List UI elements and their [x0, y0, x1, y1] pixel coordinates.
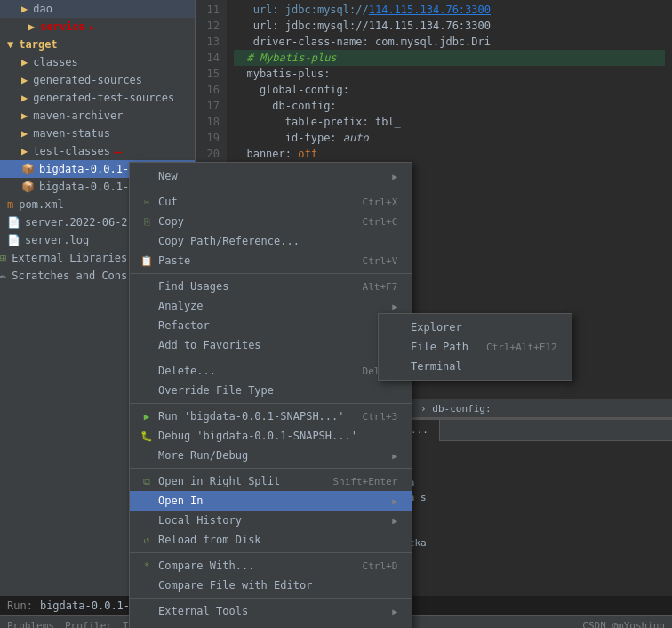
- separator: [130, 598, 412, 599]
- tree-item-target[interactable]: ▼ target: [0, 36, 195, 53]
- menu-item-local-history[interactable]: Local History ▶: [130, 511, 412, 530]
- menu-item-more-run[interactable]: More Run/Debug ▶: [130, 446, 412, 465]
- run-label: Run:: [7, 600, 33, 612]
- menu-item-paste[interactable]: 📋 Paste Ctrl+V: [130, 251, 412, 270]
- tree-item-dao-label: dao: [33, 3, 52, 15]
- open-split-shortcut: Shift+Enter: [332, 476, 397, 487]
- code-line: # Mybatis-plus: [234, 50, 665, 66]
- menu-item-open-in-label: Open In: [158, 495, 204, 507]
- tree-item-dao[interactable]: ▶ dao: [0, 0, 195, 18]
- menu-item-compare-editor-label: Compare File with Editor: [158, 579, 312, 592]
- tree-item-server-log2-label: server.log: [25, 234, 89, 246]
- jar-icon: 📦: [21, 163, 35, 175]
- menu-item-local-history-label: Local History: [158, 514, 242, 527]
- status-bar-right: CSDN @mYoshino: [582, 620, 665, 628]
- menu-item-new[interactable]: New ▶: [130, 166, 412, 186]
- submenu-item-filepath[interactable]: File Path Ctrl+Alt+F12: [379, 337, 572, 357]
- menu-item-delete[interactable]: Delete... Delete: [130, 361, 412, 381]
- folder-icon: ▶: [21, 127, 28, 140]
- local-history-arrow: ▶: [392, 516, 397, 526]
- tree-item-classes[interactable]: ▶ classes: [0, 53, 195, 71]
- menu-item-find-usages-label: Find Usages: [158, 280, 228, 293]
- run-item-label: bigdata-0.0.1-S: [40, 600, 136, 612]
- menu-item-copy-label: Copy: [158, 215, 184, 228]
- separator: [130, 358, 412, 358]
- cut-icon: ✂: [140, 197, 153, 208]
- find-usages-shortcut: Alt+F7: [363, 281, 398, 293]
- menu-item-reload[interactable]: ↺ Reload from Disk: [130, 530, 412, 550]
- separator: [130, 624, 412, 624]
- submenu-item-terminal[interactable]: Terminal: [379, 357, 572, 376]
- more-run-arrow: ▶: [392, 451, 397, 461]
- watermark: CSDN @mYoshino: [582, 620, 665, 628]
- tree-item-gen-sources-label: generated-sources: [33, 74, 142, 86]
- status-problems[interactable]: Problems: [7, 620, 54, 628]
- separator: [130, 273, 412, 274]
- separator: [130, 468, 412, 469]
- folder-expand-icon: ▶: [28, 20, 35, 33]
- tree-item-service-label: service: [40, 20, 85, 33]
- menu-item-debug-label: Debug 'bigdata-0.0.1-SNAPSH...': [158, 430, 357, 442]
- folder-icon: ▶: [21, 145, 28, 157]
- tree-item-test-classes[interactable]: ▶ test-classes ←: [0, 142, 195, 160]
- separator: [130, 189, 412, 189]
- filepath-shortcut: Ctrl+Alt+F12: [486, 342, 556, 353]
- log-icon: 📄: [7, 216, 20, 229]
- menu-item-compare-editor[interactable]: Compare File with Editor: [130, 576, 412, 595]
- menu-item-find-usages[interactable]: Find Usages Alt+F7: [130, 277, 412, 296]
- folder-icon: ▶: [21, 74, 28, 86]
- menu-item-open-in[interactable]: Open In ▶: [130, 491, 412, 511]
- tree-item-gen-test-label: generated-test-sources: [33, 92, 174, 104]
- tree-item-classes-label: classes: [33, 56, 78, 68]
- menu-item-delete-label: Delete...: [158, 365, 216, 377]
- separator: [130, 403, 412, 404]
- log2-icon: 📄: [7, 234, 20, 246]
- menu-item-refactor[interactable]: Refactor ▶: [130, 316, 412, 335]
- menu-item-add-favorites[interactable]: Add to Favorites ▶: [130, 335, 412, 355]
- tree-item-gen-sources[interactable]: ▶ generated-sources: [0, 71, 195, 89]
- menu-item-debug[interactable]: 🐛 Debug 'bigdata-0.0.1-SNAPSH...': [130, 426, 412, 446]
- menu-item-more-run-label: More Run/Debug: [158, 449, 248, 462]
- code-line: global-config:: [234, 82, 665, 98]
- submenu-item-filepath-label: File Path: [411, 341, 468, 353]
- tree-item-target-label: target: [19, 38, 57, 51]
- menu-item-open-split[interactable]: ⧉ Open in Right Split Shift+Enter: [130, 471, 412, 491]
- menu-item-analyze[interactable]: Analyze ▶: [130, 296, 412, 316]
- menu-item-copy-path[interactable]: Copy Path/Reference...: [130, 231, 412, 251]
- open-in-arrow: ▶: [392, 496, 397, 506]
- menu-item-cut[interactable]: ✂ Cut Ctrl+X: [130, 192, 412, 212]
- tree-item-service[interactable]: ▶ service ←: [0, 18, 195, 36]
- code-line: url: jdbc:mysql://114.115.134.76:3300: [234, 2, 665, 18]
- submenu-item-terminal-label: Terminal: [411, 360, 462, 373]
- menu-item-copy-path-label: Copy Path/Reference...: [158, 235, 300, 247]
- tree-item-maven-status[interactable]: ▶ maven-status: [0, 125, 195, 142]
- xml-icon: m: [7, 198, 13, 211]
- menu-item-run[interactable]: ▶ Run 'bigdata-0.0.1-SNAPSH...' Ctrl+3: [130, 407, 412, 426]
- run-shortcut: Ctrl+3: [363, 411, 398, 423]
- scratches-icon: ✏: [0, 270, 6, 282]
- run-icon: ▶: [140, 411, 153, 423]
- tree-item-pom-label: pom.xml: [19, 198, 64, 211]
- compare-with-icon: *: [140, 560, 153, 572]
- copy-shortcut: Ctrl+C: [363, 216, 398, 228]
- code-line: mybatis-plus:: [234, 66, 665, 82]
- menu-item-open-split-label: Open in Right Split: [158, 475, 280, 487]
- menu-item-run-label: Run 'bigdata-0.0.1-SNAPSH...': [158, 410, 345, 423]
- tree-item-maven-arch[interactable]: ▶ maven-archiver: [0, 107, 195, 125]
- menu-item-override[interactable]: Override File Type: [130, 381, 412, 400]
- menu-item-override-label: Override File Type: [158, 384, 274, 397]
- submenu-item-explorer[interactable]: Explorer: [379, 318, 572, 337]
- tree-item-maven-arch-label: maven-archiver: [33, 109, 123, 122]
- reload-icon: ↺: [140, 535, 153, 546]
- debug-icon: 🐛: [140, 431, 153, 442]
- menu-item-external-tools[interactable]: External Tools ▶: [130, 601, 412, 621]
- menu-item-refactor-label: Refactor: [158, 319, 210, 332]
- submenu-arrow: ▶: [392, 172, 397, 181]
- menu-item-copy[interactable]: ⎘ Copy Ctrl+C: [130, 212, 412, 231]
- status-profiler[interactable]: Profiler: [65, 620, 112, 628]
- tree-item-gen-test[interactable]: ▶ generated-test-sources: [0, 89, 195, 107]
- folder-icon: ▶: [21, 56, 28, 68]
- submenu-item-explorer-label: Explorer: [411, 321, 462, 334]
- menu-item-compare-with[interactable]: * Compare With... Ctrl+D: [130, 556, 412, 576]
- menu-item-add-favorites-label: Add to Favorites: [158, 339, 261, 351]
